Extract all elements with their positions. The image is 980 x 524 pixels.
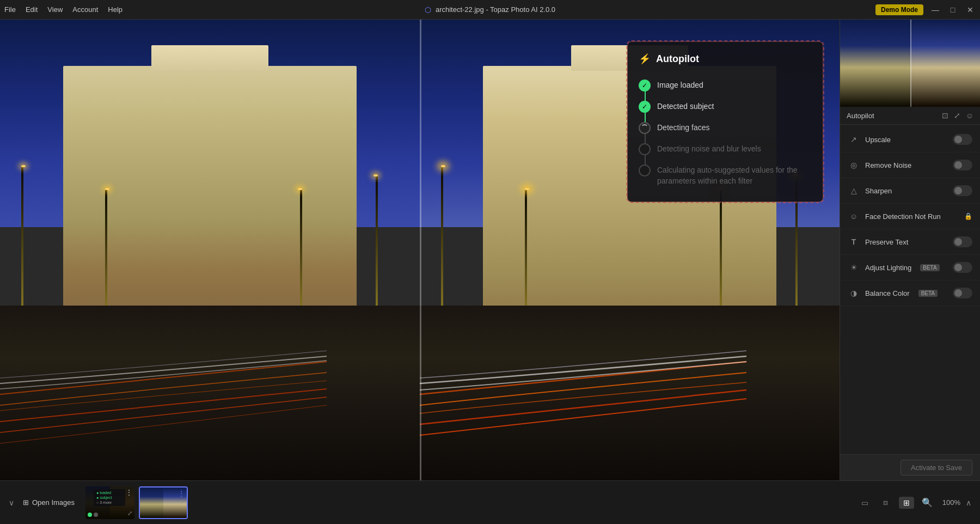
menu-account[interactable]: Account: [72, 5, 98, 14]
close-button[interactable]: ✕: [965, 5, 976, 14]
building-sim-left: [0, 20, 420, 480]
step-text-image-loaded: Image loaded: [657, 79, 703, 91]
light-trails-left: [0, 296, 420, 480]
view-sidebyside-button[interactable]: ⧈: [878, 497, 893, 509]
filter-name-text: Preserve Text: [865, 238, 908, 246]
toggle-balance-color[interactable]: [953, 288, 972, 298]
thumb-status-2: ● subject: [96, 496, 122, 499]
toggle-remove-noise[interactable]: [953, 160, 972, 170]
autopilot-header: ⚡ Autopilot: [639, 53, 812, 65]
upscale-icon: ↗: [848, 133, 860, 145]
activate-save-button[interactable]: Activate to Save: [901, 460, 972, 476]
preserve-text-icon: T: [848, 236, 860, 248]
thumbnail-item-2[interactable]: ⋮: [139, 486, 188, 519]
filter-sharpen[interactable]: △ Sharpen: [840, 178, 980, 204]
menu-help[interactable]: Help: [108, 5, 122, 14]
filter-adjust-lighting[interactable]: ☀ Adjust Lighting BETA: [840, 255, 980, 281]
menu-edit[interactable]: Edit: [26, 5, 38, 14]
bottom-right-controls: ▭ ⧈ ⊞ 🔍 100% ∧: [857, 497, 971, 509]
step-text-detecting-faces: Detecting faces: [657, 121, 710, 133]
thumb-menu-button-2[interactable]: ⋮: [178, 490, 185, 497]
main-area: ⚡ Autopilot ✓ Image loaded ✓ Detected su…: [0, 20, 980, 480]
filter-name-face: Face Detection Not Run: [865, 212, 941, 221]
view-grid-button[interactable]: ⊞: [899, 497, 914, 509]
face-detection-icon: ☺: [848, 210, 860, 222]
collapse-panel-button[interactable]: ∨: [9, 498, 14, 507]
filter-name-upscale: Upscale: [865, 136, 891, 144]
filter-right-lighting: [953, 262, 972, 273]
crop-icon[interactable]: ⊡: [942, 111, 948, 120]
panel-toolbar-icons: ⊡ ⤢ ☺: [942, 111, 973, 120]
toggle-preserve-text[interactable]: [953, 236, 972, 247]
filter-upscale[interactable]: ↗ Upscale: [840, 127, 980, 153]
sharpen-icon: △: [848, 185, 860, 197]
expand-icon[interactable]: ⤢: [954, 111, 960, 120]
thumb-dot-gray-1: [94, 513, 98, 517]
step-text-detected-subject: Detected subject: [657, 100, 714, 112]
step-dot-done-2: ✓: [639, 101, 651, 113]
step-text-detecting-noise: Detecting noise and blur levels: [657, 143, 761, 155]
toggle-sharpen[interactable]: [953, 185, 972, 196]
step-detecting-noise: Detecting noise and blur levels: [639, 138, 812, 160]
panel-toolbar: Autopilot ⊡ ⤢ ☺: [840, 107, 980, 125]
autopilot-steps: ✓ Image loaded ✓ Detected subject Detect…: [639, 75, 812, 191]
demo-mode-button[interactable]: Demo Mode: [875, 4, 923, 15]
filter-left-lighting: ☀ Adjust Lighting BETA: [848, 261, 940, 273]
step-detecting-faces: Detecting faces: [639, 117, 812, 138]
thumb-menu-button-1[interactable]: ⋮: [126, 489, 132, 496]
image-left: [0, 20, 420, 480]
filter-list: ↗ Upscale ◎ Remove Noise: [840, 125, 980, 454]
filter-remove-noise[interactable]: ◎ Remove Noise: [840, 153, 980, 178]
open-images-button[interactable]: ⊞ Open Images: [19, 496, 79, 509]
filter-preserve-text[interactable]: T Preserve Text: [840, 229, 980, 255]
split-divider[interactable]: [420, 20, 421, 480]
maximize-button[interactable]: □: [947, 5, 958, 14]
zoom-level-label: 100%: [942, 498, 960, 507]
thumb-dot-green-1: [88, 513, 92, 517]
canvas-area: ⚡ Autopilot ✓ Image loaded ✓ Detected su…: [0, 20, 840, 480]
filter-name-noise: Remove Noise: [865, 161, 911, 169]
title-center: ⬡ architect-22.jpg - Topaz Photo AI 2.0.…: [425, 5, 555, 14]
minimize-button[interactable]: —: [930, 5, 941, 14]
app-title: architect-22.jpg - Topaz Photo AI 2.0.0: [436, 5, 555, 14]
thumb-status-3: ○ 3 more: [96, 501, 122, 504]
toggle-adjust-lighting[interactable]: [953, 262, 972, 273]
autopilot-lightning-icon: ⚡: [639, 53, 651, 65]
menu-view[interactable]: View: [47, 5, 63, 14]
thumbnail-item-1[interactable]: ● loaded ● subject ○ 3 more ⋮ ⤢: [85, 486, 134, 519]
panel-toolbar-label: Autopilot: [847, 112, 874, 120]
filter-name-color: Balance Color: [865, 289, 910, 297]
filter-right-color: [953, 288, 972, 298]
step-text-calculating-values: Calculating auto-suggested values for th…: [657, 164, 812, 186]
light-trails-right: [420, 296, 840, 480]
zoom-separator: 🔍: [922, 497, 933, 508]
menu-file[interactable]: File: [4, 5, 16, 14]
thumbnail-strip: ● loaded ● subject ○ 3 more ⋮ ⤢ ⋮: [85, 486, 851, 519]
thumbnail-left: [840, 20, 910, 107]
menu-bar: File Edit View Account Help: [4, 5, 122, 14]
toggle-upscale[interactable]: [953, 134, 972, 145]
face-icon[interactable]: ☺: [966, 111, 973, 120]
filter-left-sharpen: △ Sharpen: [848, 185, 892, 197]
filter-name-sharpen: Sharpen: [865, 187, 892, 195]
filter-left-noise: ◎ Remove Noise: [848, 159, 911, 171]
filter-left-upscale: ↗ Upscale: [848, 133, 891, 145]
window-controls: Demo Mode — □ ✕: [875, 4, 976, 15]
filter-right-face: 🔒: [964, 212, 972, 220]
step-dot-done-1: ✓: [639, 80, 651, 92]
right-panel: Autopilot ⊡ ⤢ ☺ ↗ Upscale: [840, 20, 980, 480]
thumb-indicators-1: [88, 513, 98, 517]
step-dot-loading-3: [639, 122, 651, 134]
filter-left-color: ◑ Balance Color BETA: [848, 287, 938, 299]
filter-name-lighting: Adjust Lighting: [865, 264, 911, 272]
adjust-lighting-icon: ☀: [848, 261, 860, 273]
bottom-collapse-button[interactable]: ∧: [966, 498, 971, 507]
step-detected-subject: ✓ Detected subject: [639, 96, 812, 117]
filter-face-detection[interactable]: ☺ Face Detection Not Run 🔒: [840, 204, 980, 229]
step-dot-pending-5: [639, 164, 651, 176]
view-single-button[interactable]: ▭: [857, 497, 873, 509]
autopilot-overlay: ⚡ Autopilot ✓ Image loaded ✓ Detected su…: [627, 41, 823, 202]
filter-balance-color[interactable]: ◑ Balance Color BETA: [840, 281, 980, 306]
thumb-expand-icon-1[interactable]: ⤢: [127, 510, 132, 517]
step-calculating-values: Calculating auto-suggested values for th…: [639, 160, 812, 191]
